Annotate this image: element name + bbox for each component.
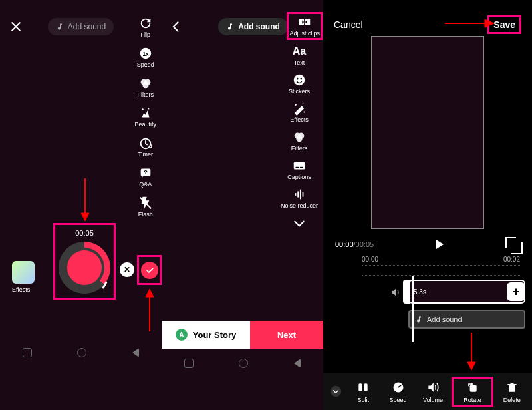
annotation-arrow-rotate bbox=[466, 333, 477, 370]
avatar: A bbox=[176, 329, 188, 341]
adjust-clips-screen: Cancel Save 00:00/00:05 00:00 00:02 5.3s… bbox=[323, 0, 532, 410]
nav-home-icon[interactable] bbox=[77, 348, 86, 357]
svg-rect-30 bbox=[295, 167, 299, 168]
cancel-button[interactable]: Cancel bbox=[334, 19, 363, 30]
timeline-ruler bbox=[362, 265, 520, 276]
svg-rect-31 bbox=[300, 167, 303, 168]
record-button[interactable] bbox=[59, 242, 110, 294]
chevron-down-icon[interactable] bbox=[293, 219, 306, 228]
speed-button[interactable]: Speed bbox=[380, 380, 415, 403]
music-note-icon bbox=[226, 23, 234, 31]
svg-marker-13 bbox=[81, 213, 89, 221]
confirm-button[interactable] bbox=[141, 262, 158, 279]
svg-point-5 bbox=[142, 108, 144, 110]
speed-button[interactable]: 1xSpeed bbox=[137, 46, 154, 68]
adjust-clips-highlight: Adjust clips bbox=[287, 12, 323, 40]
android-nav-bar bbox=[162, 357, 323, 370]
effects-label: Effects bbox=[12, 286, 30, 293]
nav-recent-icon[interactable] bbox=[23, 348, 32, 357]
captions-button[interactable]: Captions bbox=[287, 158, 311, 180]
stickers-button[interactable]: Stickers bbox=[289, 73, 310, 95]
timer-button[interactable]: 3Timer bbox=[138, 136, 153, 158]
add-sound-button[interactable]: Add sound bbox=[218, 18, 288, 35]
track-volume-icon[interactable] bbox=[390, 286, 402, 298]
playhead[interactable] bbox=[412, 276, 414, 342]
svg-marker-37 bbox=[485, 19, 494, 27]
add-sound-button[interactable]: Add sound bbox=[48, 18, 114, 35]
adjust-clips-icon bbox=[297, 15, 312, 29]
noise-icon bbox=[292, 187, 307, 202]
discard-clip-button[interactable]: ✕ bbox=[120, 262, 134, 277]
play-button[interactable] bbox=[436, 240, 444, 249]
flip-icon bbox=[138, 16, 153, 31]
effects-button[interactable] bbox=[12, 261, 35, 284]
nav-home-icon[interactable] bbox=[239, 359, 248, 368]
flash-icon bbox=[138, 196, 153, 210]
playback-row: 00:00/00:05 bbox=[323, 237, 532, 252]
svg-rect-35 bbox=[303, 192, 304, 196]
flash-button[interactable]: Flash bbox=[138, 196, 153, 218]
nav-back-icon[interactable] bbox=[294, 359, 301, 368]
svg-point-40 bbox=[331, 386, 342, 397]
rotate-button[interactable]: Rotate bbox=[464, 380, 481, 403]
effects-button[interactable]: Effects bbox=[290, 101, 308, 123]
annotation-arrow-save bbox=[445, 19, 494, 28]
back-icon[interactable] bbox=[170, 20, 183, 33]
svg-point-22 bbox=[300, 78, 302, 80]
svg-point-25 bbox=[303, 112, 305, 113]
rotate-button-highlight: Rotate bbox=[452, 377, 493, 407]
flip-button[interactable]: Flip bbox=[138, 16, 153, 38]
svg-text:3: 3 bbox=[149, 143, 152, 149]
clip-duration: 5.3s bbox=[414, 288, 426, 296]
delete-button[interactable]: Delete bbox=[495, 380, 529, 403]
noise-reducer-button[interactable]: Noise reducer bbox=[281, 187, 318, 210]
split-button[interactable]: Split bbox=[346, 380, 380, 403]
qa-icon: ? bbox=[138, 166, 153, 180]
add-sound-track[interactable]: Add sound bbox=[408, 310, 525, 329]
stickers-icon bbox=[292, 73, 307, 87]
nav-back-icon[interactable] bbox=[132, 348, 139, 357]
fullscreen-button[interactable] bbox=[505, 237, 520, 252]
speed-icon bbox=[391, 380, 406, 395]
svg-point-23 bbox=[295, 104, 297, 106]
adjust-clips-button[interactable]: Adjust clips bbox=[289, 15, 320, 37]
time-current: 00:00 bbox=[335, 240, 354, 248]
svg-rect-42 bbox=[364, 383, 368, 391]
volume-icon bbox=[426, 380, 440, 395]
delete-icon bbox=[505, 380, 519, 395]
filters-icon bbox=[292, 130, 307, 144]
add-sound-label: Add sound bbox=[68, 22, 106, 31]
record-screen: Add sound Flip 1xSpeed Filters Beautify … bbox=[0, 0, 162, 410]
svg-point-4 bbox=[142, 82, 148, 88]
save-button[interactable]: Save bbox=[493, 19, 515, 30]
next-button[interactable]: Next bbox=[250, 321, 323, 349]
annotation-arrow-record bbox=[78, 178, 92, 221]
check-icon bbox=[145, 266, 154, 275]
add-sound-label: Add sound bbox=[427, 315, 462, 323]
edit-screen: Add sound Adjust clips AaText Stickers E… bbox=[162, 0, 323, 410]
svg-rect-41 bbox=[359, 383, 362, 391]
qa-button[interactable]: ?Q&A bbox=[138, 166, 153, 188]
svg-text:?: ? bbox=[144, 169, 148, 176]
filters-button[interactable]: Filters bbox=[137, 76, 154, 98]
tick-label: 00:00 bbox=[362, 256, 378, 263]
svg-point-21 bbox=[297, 78, 299, 80]
filters-button[interactable]: Filters bbox=[291, 130, 308, 152]
add-clip-button[interactable]: + bbox=[507, 282, 525, 301]
record-tools-column: Flip 1xSpeed Filters Beautify 3Timer ?Q&… bbox=[134, 16, 156, 218]
expand-toolbar-button[interactable] bbox=[326, 385, 346, 397]
timeline-ticks: 00:00 00:02 bbox=[362, 256, 520, 263]
svg-point-6 bbox=[148, 108, 149, 110]
your-story-button[interactable]: A Your Story bbox=[162, 321, 250, 349]
beautify-button[interactable]: Beautify bbox=[134, 106, 156, 128]
text-button[interactable]: AaText bbox=[292, 44, 307, 66]
volume-button[interactable]: Volume bbox=[416, 380, 450, 403]
nav-recent-icon[interactable] bbox=[184, 359, 194, 368]
android-nav-bar bbox=[0, 346, 162, 359]
close-icon[interactable] bbox=[9, 20, 23, 33]
record-timer: 00:05 bbox=[75, 229, 94, 237]
music-note-icon bbox=[415, 315, 423, 323]
svg-marker-39 bbox=[467, 362, 475, 370]
svg-rect-34 bbox=[300, 190, 301, 200]
speed-icon: 1x bbox=[138, 46, 153, 61]
